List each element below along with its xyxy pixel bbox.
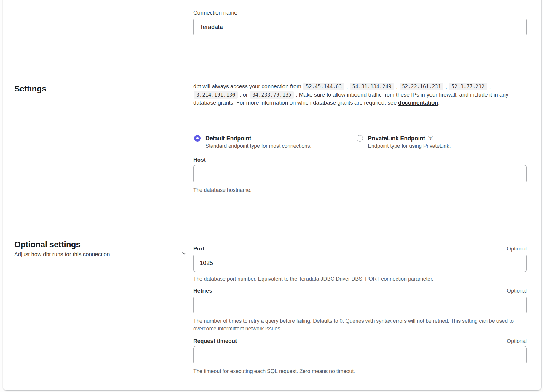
radio-selected-icon[interactable] <box>194 135 201 142</box>
request-timeout-helper-text: The timeout for executing each SQL reque… <box>193 367 527 375</box>
privatelink-endpoint-description: Endpoint type for using PrivateLink. <box>368 143 451 149</box>
settings-section-header: Settings <box>14 84 180 94</box>
chevron-down-icon[interactable] <box>181 250 187 256</box>
default-endpoint-option[interactable]: Default Endpoint Standard endpoint type … <box>194 135 312 149</box>
port-optional-tag: Optional <box>507 246 527 252</box>
connection-name-input[interactable] <box>193 18 527 36</box>
host-field-block: Host The database hostname. <box>193 156 527 194</box>
ip-address-chip: 54.81.134.249 <box>350 83 394 90</box>
connection-settings-page: Connection name Settings dbt will always… <box>0 0 543 392</box>
optional-settings-heading: Optional settings <box>14 240 180 249</box>
host-helper-text: The database hostname. <box>193 186 527 194</box>
port-helper-text: The database port number. Equivalent to … <box>193 275 527 283</box>
optional-settings-subheading: Adjust how dbt runs for this connection. <box>14 251 180 258</box>
default-endpoint-label: Default Endpoint <box>205 135 312 142</box>
port-field-block: Port Optional The database port number. … <box>193 245 527 283</box>
documentation-link[interactable]: documentation <box>398 99 438 106</box>
section-divider <box>14 60 527 60</box>
default-endpoint-description: Standard endpoint type for most connecti… <box>205 143 312 149</box>
host-input[interactable] <box>193 165 527 183</box>
ip-address-chip: 52.45.144.63 <box>303 83 344 90</box>
retries-optional-tag: Optional <box>507 288 527 294</box>
request-timeout-optional-tag: Optional <box>507 338 527 344</box>
retries-input[interactable] <box>193 296 527 314</box>
retries-field-block: Retries Optional The number of times to … <box>193 287 527 332</box>
request-timeout-label: Request timeout <box>193 338 237 344</box>
retries-label: Retries <box>193 287 212 294</box>
ip-address-chip: 34.233.79.135 <box>250 91 294 99</box>
optional-settings-header: Optional settings Adjust how dbt runs fo… <box>14 240 180 258</box>
request-timeout-input[interactable] <box>193 346 527 364</box>
privatelink-endpoint-label: PrivateLink Endpoint <box>368 135 425 142</box>
connection-name-label: Connection name <box>193 9 527 16</box>
radio-unselected-icon[interactable] <box>357 135 363 142</box>
connection-name-block: Connection name <box>193 9 527 36</box>
endpoint-type-options: Default Endpoint Standard endpoint type … <box>193 135 527 151</box>
privatelink-endpoint-option[interactable]: PrivateLink Endpoint? Endpoint type for … <box>357 135 451 149</box>
retries-helper-text: The number of times to retry a query bef… <box>193 317 527 332</box>
request-timeout-field-block: Request timeout Optional The timeout for… <box>193 338 527 375</box>
settings-heading: Settings <box>14 84 180 94</box>
ip-address-chip: 52.22.161.231 <box>400 83 443 90</box>
ip-access-notice: dbt will always access your connection f… <box>193 82 527 107</box>
ip-address-chip: 3.214.191.130 <box>194 91 238 99</box>
question-mark-circle-icon[interactable]: ? <box>428 136 433 141</box>
section-divider <box>14 217 527 217</box>
ip-address-chip: 52.3.77.232 <box>449 83 487 90</box>
port-input[interactable] <box>193 254 527 272</box>
host-label: Host <box>193 156 527 163</box>
port-label: Port <box>193 245 205 252</box>
